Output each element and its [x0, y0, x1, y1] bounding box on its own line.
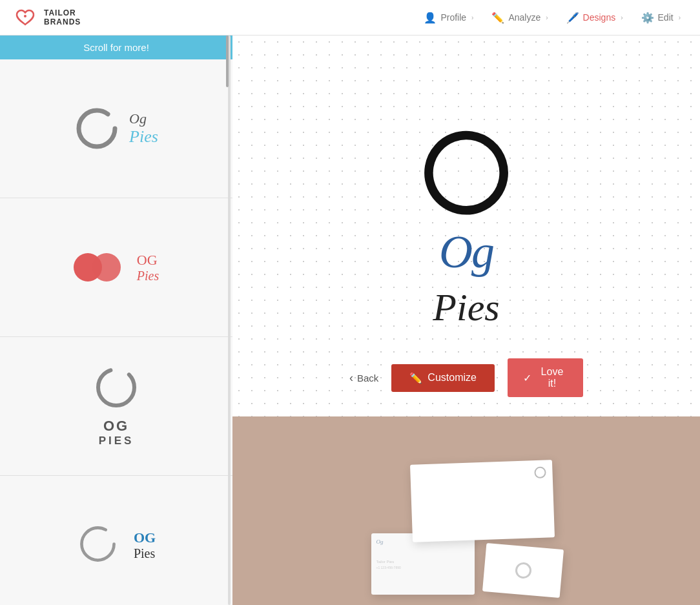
pencil-icon: ✏️ — [409, 372, 422, 384]
logo-preview-inner: Og Pies — [417, 123, 517, 330]
biz-card-details: +1 123-456-7890 — [376, 566, 469, 569]
sidebar: Scroll for more! Og Pies — [0, 36, 232, 605]
logo-card-2[interactable]: OG Pies — [0, 198, 232, 337]
back-button[interactable]: ‹ Back — [349, 371, 378, 385]
nav-items: 👤 Profile › ✏️ Analyze › 🖊️ Designs › ⚙️… — [417, 8, 687, 28]
sidebar-scrollbar-thumb[interactable] — [226, 36, 229, 87]
svg-point-2 — [79, 110, 115, 147]
logo4-symbol — [77, 523, 119, 568]
logo4-text: OG Pies — [134, 529, 156, 561]
nav-designs-label: Designs — [583, 12, 616, 23]
check-icon: ✓ — [523, 372, 531, 384]
logo3-symbol — [94, 365, 139, 413]
nav-analyze-label: Analyze — [508, 12, 540, 23]
action-bar: ‹ Back ✏️ Customize ✓ Love it! — [349, 358, 583, 397]
tailor-brands-icon — [13, 5, 37, 30]
profile-icon: 👤 — [424, 12, 437, 24]
logo-preview: Og Pies ‹ Back ✏️ Customize ✓ — [232, 36, 700, 416]
envelope-logo — [534, 467, 546, 482]
mockup-envelope — [410, 460, 555, 542]
chevron-right-icon: › — [471, 14, 473, 21]
logo3-text: OG PIES — [99, 418, 134, 447]
logo-card-1[interactable]: Og Pies — [0, 59, 232, 198]
designs-icon: 🖊️ — [566, 12, 579, 24]
chevron-right-icon-2: › — [546, 14, 548, 21]
customize-button[interactable]: ✏️ Customize — [391, 364, 495, 392]
nav-analyze[interactable]: ✏️ Analyze › — [485, 8, 554, 28]
nav-edit-label: Edit — [658, 12, 674, 23]
scroll-banner: Scroll for more! — [0, 36, 232, 59]
preview-pies-text: Pies — [433, 285, 499, 330]
nav-profile-label: Profile — [440, 12, 466, 23]
svg-point-1 — [24, 15, 26, 17]
chevron-right-icon-4: › — [679, 14, 681, 21]
sidebar-scrollbar-track — [228, 36, 231, 605]
mockup-business-card-secondary — [482, 543, 563, 598]
content-area: Og Pies ‹ Back ✏️ Customize ✓ — [232, 36, 700, 605]
header: TAILOR BRANDS 👤 Profile › ✏️ Analyze › 🖊… — [0, 0, 700, 36]
preview-circle-symbol — [417, 123, 517, 225]
chevron-left-icon: ‹ — [349, 371, 353, 385]
mockup-area: Og Tailor Pies +1 123-456-7890 — [232, 416, 700, 605]
svg-point-4 — [81, 528, 114, 560]
logo2-text: OG Pies — [137, 252, 159, 283]
logo2-symbols — [74, 253, 121, 282]
biz-card-sm-logo — [514, 562, 531, 579]
mockup-cards-group: Og Tailor Pies +1 123-456-7890 — [371, 533, 562, 595]
nav-designs[interactable]: 🖊️ Designs › — [560, 8, 630, 28]
analyze-icon: ✏️ — [491, 12, 504, 24]
logo-card-4[interactable]: OG Pies — [0, 476, 232, 605]
logo-text: TAILOR BRANDS — [44, 8, 81, 27]
logo3-inner: OG PIES — [94, 365, 139, 447]
svg-point-3 — [94, 365, 139, 410]
logo1-text: Og Pies — [129, 110, 158, 147]
nav-profile[interactable]: 👤 Profile › — [417, 8, 480, 28]
main-layout: Scroll for more! Og Pies — [0, 36, 700, 605]
edit-icon: ⚙️ — [641, 12, 654, 24]
love-it-button[interactable]: ✓ Love it! — [508, 358, 583, 397]
logo-area[interactable]: TAILOR BRANDS — [13, 5, 81, 30]
nav-edit[interactable]: ⚙️ Edit › — [635, 8, 687, 28]
logo1-symbol — [74, 106, 119, 151]
logo-card-3[interactable]: OG PIES — [0, 337, 232, 476]
chevron-right-icon-3: › — [621, 14, 623, 21]
preview-og-text: Og — [439, 225, 493, 279]
mockup-business-card-main: Og Tailor Pies +1 123-456-7890 — [371, 533, 475, 595]
mockup-container: Og Tailor Pies +1 123-456-7890 — [345, 436, 588, 605]
biz-card-name: Tailor Pies — [376, 560, 469, 564]
